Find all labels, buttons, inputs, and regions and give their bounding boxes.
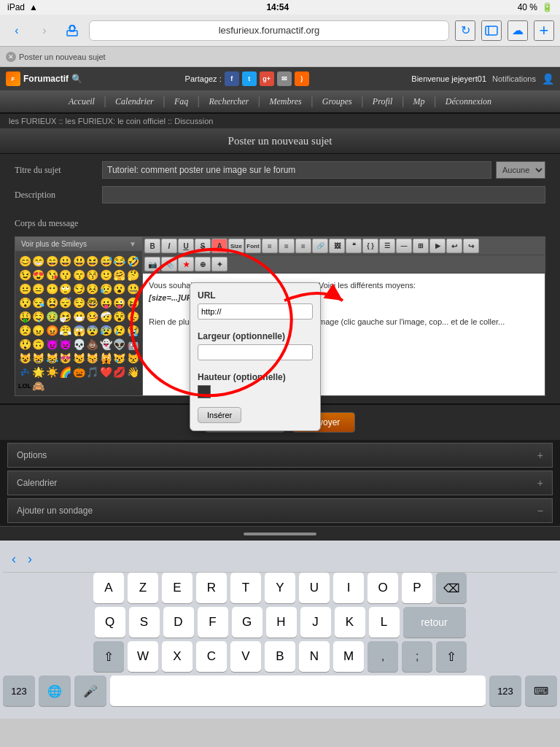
emoji-60[interactable]: 💩 [86, 338, 99, 351]
emoji-35[interactable]: 😜 [113, 296, 126, 309]
kb-next-button[interactable]: › [28, 551, 32, 567]
key-s[interactable]: S [129, 607, 160, 638]
key-123-left[interactable]: 123 [3, 676, 35, 706]
width-input[interactable] [198, 344, 313, 360]
key-z[interactable]: Z [128, 573, 158, 603]
emoji-1[interactable]: 😊 [18, 255, 31, 268]
emoji-69[interactable]: 😽 [86, 352, 99, 365]
toolbar-underline[interactable]: U [178, 239, 194, 253]
emoji-53[interactable]: 😢 [113, 324, 126, 337]
key-t[interactable]: T [230, 573, 261, 603]
emoji-44[interactable]: 😵 [113, 310, 126, 323]
key-b[interactable]: B [265, 641, 295, 672]
toolbar-code[interactable]: { } [362, 239, 378, 253]
key-d[interactable]: D [163, 607, 194, 638]
key-v[interactable]: V [230, 641, 261, 672]
toolbar-btn2[interactable]: 📎 [161, 257, 177, 271]
emoji-40[interactable]: 🤧 [59, 310, 72, 323]
emoji-5[interactable]: 😃 [73, 255, 86, 268]
toolbar-color[interactable]: A [211, 239, 228, 253]
emoji-31[interactable]: 😴 [59, 296, 72, 309]
emoji-70[interactable]: 🙀 [100, 352, 113, 365]
emoji-2[interactable]: 😁 [32, 255, 45, 268]
emoji-27[interactable]: 🤐 [127, 282, 140, 295]
emoji-19[interactable]: 😐 [18, 282, 31, 295]
googleplus-share-button[interactable]: g+ [260, 71, 274, 86]
key-p[interactable]: P [402, 573, 432, 603]
key-keyboard[interactable]: ⌨ [525, 676, 557, 706]
email-share-button[interactable]: ✉ [277, 71, 292, 86]
toolbar-link[interactable]: 🔗 [312, 239, 328, 253]
toolbar-align-center[interactable]: ≡ [279, 239, 295, 253]
toolbar-flash[interactable]: ▶ [429, 239, 446, 253]
emoji-10[interactable]: 😉 [18, 268, 31, 282]
emoji-62[interactable]: 👽 [113, 338, 126, 351]
share-button[interactable] [61, 20, 83, 42]
back-button[interactable]: ‹ [6, 20, 28, 42]
toolbar-bold[interactable]: B [144, 239, 160, 253]
emoji-43[interactable]: 🤕 [100, 310, 113, 323]
nav-mp[interactable]: Mp [413, 96, 425, 107]
color-swatch[interactable] [198, 385, 211, 398]
emoji-41[interactable]: 😷 [73, 310, 86, 323]
key-n[interactable]: N [299, 641, 330, 672]
key-m[interactable]: M [333, 641, 364, 672]
key-space[interactable] [110, 676, 486, 706]
key-comma[interactable]: , [368, 641, 398, 672]
emoji-50[interactable]: 😱 [73, 324, 86, 337]
nav-faq[interactable]: Faq [174, 96, 188, 107]
emoji-76[interactable]: 🌈 [59, 365, 72, 379]
icloud-button[interactable]: ☁ [508, 20, 528, 41]
emoji-lol[interactable]: LOL [18, 379, 31, 392]
facebook-share-button[interactable]: f [225, 71, 239, 86]
toolbar-hr[interactable]: — [396, 239, 412, 253]
emoji-11[interactable]: 😍 [32, 268, 45, 282]
emoji-25[interactable]: 😥 [100, 282, 113, 295]
emoji-77[interactable]: 🎃 [73, 365, 86, 379]
emoji-29[interactable]: 😪 [32, 296, 45, 309]
emoji-49[interactable]: 😤 [59, 324, 72, 337]
key-c[interactable]: C [196, 641, 227, 672]
emoji-30[interactable]: 😫 [46, 296, 59, 309]
reload-button[interactable]: ↻ [455, 20, 475, 41]
emoji-82[interactable]: 🙈 [32, 379, 45, 392]
emoji-26[interactable]: 😮 [113, 282, 126, 295]
emoji-74[interactable]: 🌟 [32, 365, 45, 379]
nav-profil[interactable]: Profil [373, 96, 393, 107]
toolbar-list[interactable]: ☰ [379, 239, 395, 253]
options-header[interactable]: Options + [8, 444, 552, 467]
emoji-23[interactable]: 😏 [73, 282, 86, 295]
emoji-12[interactable]: 😘 [46, 268, 59, 282]
emoji-22[interactable]: 🙄 [59, 282, 72, 295]
emoji-15[interactable]: 😚 [86, 268, 99, 282]
emoji-20[interactable]: 😑 [32, 282, 45, 295]
key-a[interactable]: A [93, 573, 124, 603]
toolbar-align-left[interactable]: ≡ [262, 239, 278, 253]
key-shift-left[interactable]: ⇧ [93, 641, 124, 672]
emoji-9[interactable]: 🤣 [127, 255, 140, 268]
key-w[interactable]: W [128, 641, 158, 672]
emoji-52[interactable]: 😰 [100, 324, 113, 337]
toolbar-strike[interactable]: S [195, 239, 211, 253]
toolbar-undo[interactable]: ↩ [446, 239, 462, 253]
emoji-33[interactable]: 🤓 [86, 296, 99, 309]
search-icon[interactable]: 🔍 [71, 74, 82, 84]
nav-membres[interactable]: Membres [269, 96, 301, 107]
emoji-63[interactable]: 🤖 [127, 338, 140, 351]
nav-accueil[interactable]: Accueil [69, 96, 95, 107]
emoji-51[interactable]: 😨 [86, 324, 99, 337]
emoji-75[interactable]: ☀️ [46, 365, 59, 379]
emoji-58[interactable]: 👿 [59, 338, 72, 351]
emoji-73[interactable]: 💤 [18, 365, 31, 379]
key-123-right[interactable]: 123 [489, 676, 521, 706]
emoji-18[interactable]: 🤔 [127, 268, 140, 282]
key-g[interactable]: G [232, 607, 262, 638]
toolbar-quote[interactable]: ❝ [346, 239, 362, 253]
toolbar-table[interactable]: ⊞ [413, 239, 429, 253]
emoji-42[interactable]: 🤒 [86, 310, 99, 323]
nav-groupes[interactable]: Groupes [322, 96, 352, 107]
nav-deconnexion[interactable]: Déconnexion [446, 96, 491, 107]
emoji-34[interactable]: 😛 [100, 296, 113, 309]
emoji-13[interactable]: 😗 [59, 268, 72, 282]
subject-input[interactable] [102, 161, 491, 179]
